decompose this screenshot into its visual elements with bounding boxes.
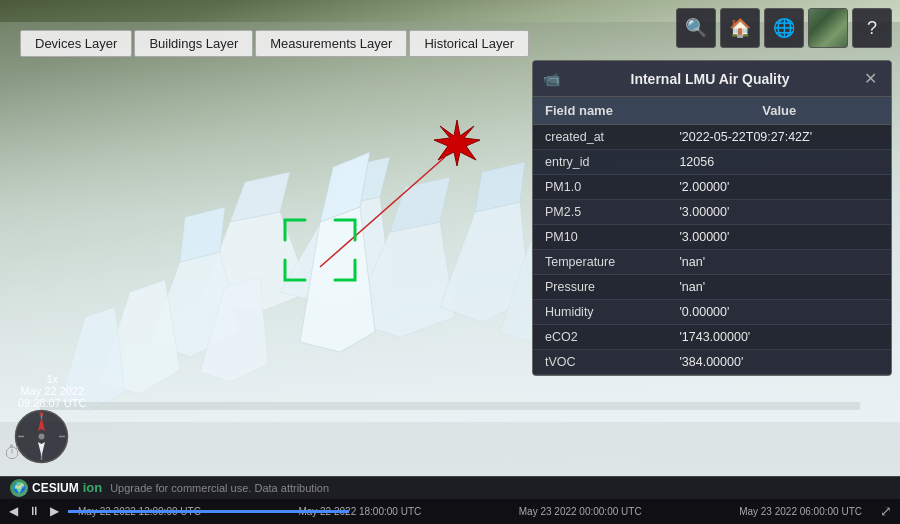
field-name-cell: entry_id [533,150,667,175]
timeline-label-3: May 23 2022 06:00:00 UTC [739,506,862,517]
field-name-cell: PM1.0 [533,175,667,200]
tab-historical-layer[interactable]: Historical Layer [409,30,529,57]
expand-button[interactable]: ⤢ [872,503,900,519]
field-name-cell: PM2.5 [533,200,667,225]
camera-icon: 📹 [543,71,560,87]
value-cell: '2.00000' [667,175,891,200]
svg-point-29 [39,434,45,440]
search-button[interactable]: 🔍 [676,8,716,48]
timeline-label-2: May 23 2022 00:00:00 UTC [519,506,642,517]
rewind-button[interactable]: ◀ [6,502,21,520]
speed-indicator: 1x May 22 2022 09:28:07 UTC [18,373,86,409]
value-cell: '2022-05-22T09:27:42Z' [667,125,891,150]
value-cell: 12056 [667,150,891,175]
field-name-cell: PM10 [533,225,667,250]
tab-bar: Devices Layer Buildings Layer Measuremen… [20,30,529,57]
cesium-logo-text: CESIUM [32,481,79,495]
value-cell: '3.00000' [667,200,891,225]
cesium-logo-icon: 🌍 [10,479,28,497]
close-button[interactable]: ✕ [860,69,881,88]
col-field-name: Field name [533,97,667,125]
table-row: Temperature'nan' [533,250,891,275]
value-cell: '3.00000' [667,225,891,250]
play-pause-button[interactable]: ⏸ [25,502,43,520]
field-name-cell: tVOC [533,350,667,375]
svg-text:N: N [39,411,43,417]
cesium-ion-text: ion [83,480,103,495]
tab-measurements-layer[interactable]: Measurements Layer [255,30,407,57]
compass[interactable]: N [14,409,69,464]
info-panel-header: 📹 Internal LMU Air Quality ✕ [533,61,891,97]
table-row: PM2.5'3.00000' [533,200,891,225]
cesium-bar: 🌍 CESIUM ion Upgrade for commercial use.… [0,477,900,499]
value-cell: '384.00000' [667,350,891,375]
satellite-thumbnail[interactable] [808,8,848,48]
tab-buildings-layer[interactable]: Buildings Layer [134,30,253,57]
clock-icon[interactable]: ⏱ [4,443,22,464]
toolbar: 🔍 🏠 🌐 ? [676,8,892,48]
info-panel: 📹 Internal LMU Air Quality ✕ Field name … [532,60,892,376]
table-row: eCO2'1743.00000' [533,325,891,350]
table-row: created_at'2022-05-22T09:27:42Z' [533,125,891,150]
speed-multiplier: 1x [18,373,86,385]
timeline-track[interactable]: May 22 2022 12:00:00 UTC May 22 2022 18:… [68,499,872,524]
globe-button[interactable]: 🌐 [764,8,804,48]
value-cell: 'nan' [667,250,891,275]
timeline-progress-bar [68,510,349,513]
field-name-cell: Pressure [533,275,667,300]
field-name-cell: Temperature [533,250,667,275]
field-name-cell: Humidity [533,300,667,325]
help-button[interactable]: ? [852,8,892,48]
field-name-cell: created_at [533,125,667,150]
table-body: created_at'2022-05-22T09:27:42Z'entry_id… [533,125,891,375]
tab-devices-layer[interactable]: Devices Layer [20,30,132,57]
home-button[interactable]: 🏠 [720,8,760,48]
date-line1: May 22 2022 [18,385,86,397]
col-value: Value [667,97,891,125]
date-line2: 09:28:07 UTC [18,397,86,409]
field-name-cell: eCO2 [533,325,667,350]
value-cell: 'nan' [667,275,891,300]
table-row: tVOC'384.00000' [533,350,891,375]
table-row: entry_id12056 [533,150,891,175]
cesium-upgrade-text: Upgrade for commercial use. Data attribu… [110,482,329,494]
cesium-logo: 🌍 CESIUM ion [10,479,102,497]
value-cell: '1743.00000' [667,325,891,350]
value-cell: '0.00000' [667,300,891,325]
panel-title: Internal LMU Air Quality [568,71,852,87]
timeline-bar: ◀ ⏸ ▶ May 22 2022 12:00:00 UTC May 22 20… [0,499,900,524]
table-row: PM1.0'2.00000' [533,175,891,200]
data-table: Field name Value created_at'2022-05-22T0… [533,97,891,375]
table-row: Pressure'nan' [533,275,891,300]
timeline-controls: ◀ ⏸ ▶ [0,502,68,520]
table-row: Humidity'0.00000' [533,300,891,325]
table-row: PM10'3.00000' [533,225,891,250]
forward-button[interactable]: ▶ [47,502,62,520]
bottom-bar: 🌍 CESIUM ion Upgrade for commercial use.… [0,476,900,524]
table-header-row: Field name Value [533,97,891,125]
